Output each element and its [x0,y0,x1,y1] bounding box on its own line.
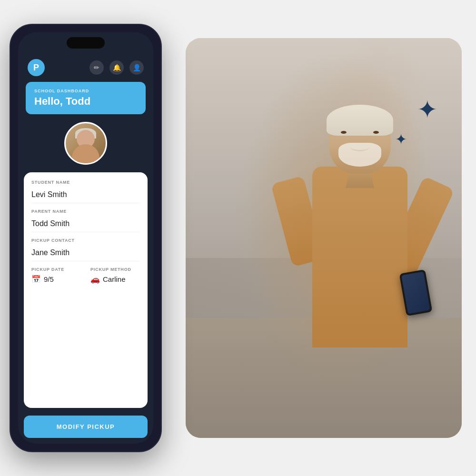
nav-icons-group: ✏ 🔔 👤 [89,60,144,75]
app-logo: P [28,59,45,76]
pickup-method-label: PICKUP METHOD [90,267,140,272]
banner-title: Hello, Todd [34,95,137,108]
dashboard-banner: SCHOOL DASHBOARD Hello, Todd [26,82,146,114]
bottom-row: PICKUP DATE 📅 9/5 PICKUP METHOD 🚗 Carlin… [31,267,140,284]
bell-icon[interactable]: 🔔 [109,60,124,75]
student-name-value: Levi Smith [31,187,140,203]
scene: ✦ ✦ ✦ P ✏ 🔔 👤 SCHOOL DASHBOARD [0,0,476,476]
student-name-label: STUDENT NAME [31,180,140,185]
pickup-method-value: 🚗 Carline [90,275,140,284]
sparkle-large-icon: ✦ [417,95,438,124]
sparkle-small-icon: ✦ [395,131,407,148]
parent-name-value: Todd Smith [31,216,140,232]
calendar-icon: 📅 [31,275,41,284]
pickup-contact-value: Jane Smith [31,245,140,261]
pickup-date-label: PICKUP DATE [31,267,81,272]
pickup-date-field: PICKUP DATE 📅 9/5 [31,267,81,284]
parent-name-label: PARENT NAME [31,209,140,214]
avatar-container [18,122,153,165]
pickup-method-field: PICKUP METHOD 🚗 Carline [90,267,140,284]
pickup-contact-label: PICKUP CONTACT [31,238,140,243]
modify-pickup-button[interactable]: MODIFY PICKUP [24,416,148,438]
user-icon[interactable]: 👤 [129,60,144,75]
top-nav: P ✏ 🔔 👤 [18,55,153,82]
pickup-date-value: 📅 9/5 [31,275,81,284]
car-icon: 🚗 [90,275,100,284]
phone-notch [67,37,105,49]
banner-label: SCHOOL DASHBOARD [34,89,137,93]
phone-mockup: P ✏ 🔔 👤 SCHOOL DASHBOARD Hello, Todd [10,24,162,452]
avatar [64,122,107,165]
person-figure [269,105,450,438]
edit-icon[interactable]: ✏ [89,60,104,75]
info-card: STUDENT NAME Levi Smith PARENT NAME Todd… [24,172,148,408]
